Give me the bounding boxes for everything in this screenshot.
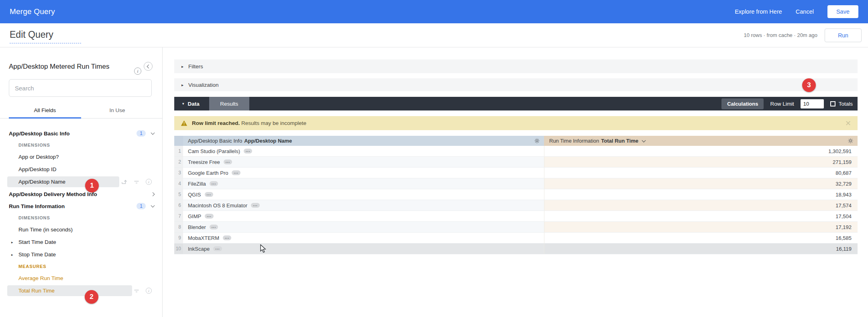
tab-in-use[interactable]: In Use: [81, 107, 153, 118]
field-picker-sidebar: App/Desktop Metered Run Times i All Fiel…: [0, 47, 163, 317]
fields-in-use-count: 1: [137, 130, 146, 137]
table-row[interactable]: 3 Google Earth Pro••• 80,687: [174, 168, 858, 178]
row-number-header-cell: [174, 136, 183, 146]
results-table: App/Desktop Basic Info App/Desktop Name …: [174, 136, 858, 254]
pivot-icon[interactable]: [121, 179, 127, 185]
column-header-total-run-time[interactable]: Run Time Information Total Run Time: [544, 136, 858, 146]
save-button[interactable]: Save: [827, 5, 858, 18]
merge-query-window: Merge Query Explore from Here Cancel Sav…: [0, 0, 868, 317]
filters-section-header[interactable]: ▸ Filters: [174, 59, 858, 73]
data-section-bar: ▾ Data Results Calculations Row Limit To…: [174, 97, 858, 110]
field-list: App/Desktop Basic Info 1 DIMENSIONS App …: [0, 127, 162, 297]
field-app-desktop-name[interactable]: App/Desktop Name i: [0, 176, 162, 188]
visualization-section-header[interactable]: ▸ Visualization: [174, 78, 858, 91]
query-actions: 10 rows · from cache · 20m ago Run: [744, 29, 862, 42]
group-app-desktop-basic-info[interactable]: App/Desktop Basic Info 1: [0, 127, 162, 139]
topbar-actions: Explore from Here Cancel Save: [735, 5, 858, 18]
app-title: Merge Query: [10, 7, 55, 16]
tab-results[interactable]: Results: [209, 97, 249, 110]
close-banner-icon[interactable]: ✕: [845, 119, 851, 128]
expand-visualization-icon: ▸: [181, 83, 183, 87]
page-title[interactable]: Edit Query: [10, 29, 81, 43]
top-app-bar: Merge Query Explore from Here Cancel Sav…: [0, 0, 868, 23]
column-gear-icon[interactable]: [848, 138, 854, 144]
edit-query-header: Edit Query 10 rows · from cache · 20m ag…: [0, 23, 868, 47]
cell-menu-icon[interactable]: •••: [244, 149, 252, 153]
row-limit-input[interactable]: [801, 99, 824, 108]
chevron-left-icon: [147, 64, 151, 68]
mouse-cursor: [260, 244, 268, 253]
section-dimensions-label: DIMENSIONS: [0, 212, 162, 223]
group-run-time-information[interactable]: Run Time Information 1: [0, 200, 162, 212]
column-header-app-desktop-name[interactable]: App/Desktop Basic Info App/Desktop Name: [183, 136, 544, 146]
view-info-icon[interactable]: i: [134, 67, 141, 75]
row-limit-warning-banner: Row limit reached. Results may be incomp…: [174, 116, 858, 130]
field-info-icon[interactable]: i: [146, 288, 152, 294]
filter-icon[interactable]: [133, 180, 140, 184]
chevron-down-icon: [151, 204, 155, 208]
sort-desc-icon: [642, 138, 646, 142]
calculations-button[interactable]: Calculations: [721, 98, 764, 109]
table-row[interactable]: 1 Cam Studio (Parallels)••• 1,302,591: [174, 146, 858, 157]
cell-menu-icon[interactable]: •••: [224, 160, 232, 164]
collapse-sidebar-button[interactable]: [144, 62, 153, 71]
table-row[interactable]: 7 GIMP••• 17,504: [174, 211, 858, 222]
field-run-time-seconds[interactable]: Run Time (in seconds): [0, 223, 162, 236]
collapse-data-icon: ▾: [182, 102, 184, 106]
table-row[interactable]: 6 Macintosh OS 8 Emulator••• 17,574: [174, 200, 858, 211]
cell-menu-icon[interactable]: •••: [205, 214, 213, 219]
cell-menu-icon[interactable]: •••: [213, 246, 222, 251]
run-button[interactable]: Run: [825, 29, 862, 42]
expand-tree-icon[interactable]: ▸: [11, 240, 13, 244]
explore-from-here-link[interactable]: Explore from Here: [735, 8, 782, 15]
field-info-icon[interactable]: i: [146, 179, 152, 185]
cell-menu-icon[interactable]: •••: [251, 203, 259, 208]
field-tabs: All Fields In Use: [0, 107, 162, 119]
field-app-desktop-id[interactable]: App/Desktop ID: [0, 163, 162, 176]
row-limit-label: Row Limit: [770, 101, 794, 107]
data-bar-controls: Calculations Row Limit Totals: [721, 98, 858, 109]
query-status: 10 rows · from cache · 20m ago: [744, 32, 817, 38]
annotation-badge-3: 3: [802, 78, 816, 92]
query-main-area: ▸ Filters ▸ Visualization ▾ Data Results…: [174, 47, 858, 317]
data-section-header[interactable]: ▾ Data: [174, 101, 209, 107]
tab-all-fields[interactable]: All Fields: [9, 107, 81, 118]
field-total-run-time[interactable]: Total Run Time i: [0, 284, 162, 297]
annotation-badge-1: 1: [85, 179, 99, 192]
chevron-down-icon: [151, 131, 155, 135]
section-measures-label: MEASURES: [0, 261, 162, 272]
table-row[interactable]: 2 Treesize Free••• 271,159: [174, 157, 858, 168]
cell-menu-icon[interactable]: •••: [210, 181, 218, 186]
filter-icon[interactable]: [133, 288, 140, 293]
cell-menu-icon[interactable]: •••: [223, 235, 231, 240]
table-row[interactable]: 4 FileZilla••• 32,729: [174, 178, 858, 189]
chevron-right-icon: [151, 192, 155, 196]
fields-in-use-count: 1: [137, 203, 146, 209]
table-row[interactable]: 8 Blender••• 17,192: [174, 222, 858, 233]
table-row[interactable]: 5 QGIS••• 18,943: [174, 189, 858, 200]
field-app-or-desktop[interactable]: App or Desktop?: [0, 151, 162, 163]
table-row-hovered[interactable]: 10 InkScape••• 16,119: [174, 243, 858, 254]
expand-tree-icon[interactable]: ▸: [11, 253, 13, 257]
field-search-input[interactable]: [9, 79, 152, 97]
annotation-badge-2: 2: [85, 290, 98, 304]
table-row[interactable]: 9 MobaXTERM••• 16,585: [174, 233, 858, 243]
field-stop-time-date[interactable]: ▸ Stop Time Date: [0, 248, 162, 261]
warning-icon: [181, 120, 187, 126]
cell-menu-icon[interactable]: •••: [205, 192, 213, 197]
cell-menu-icon[interactable]: •••: [210, 225, 218, 229]
expand-filters-icon: ▸: [181, 64, 183, 69]
group-delivery-method-info[interactable]: App/Desktop Delivery Method Info: [0, 188, 162, 200]
warning-message: Row limit reached. Results may be incomp…: [192, 120, 306, 126]
cell-menu-icon[interactable]: •••: [232, 170, 240, 175]
column-gear-icon[interactable]: [534, 138, 540, 144]
totals-checkbox[interactable]: [830, 101, 835, 106]
cancel-link[interactable]: Cancel: [796, 8, 814, 15]
field-average-run-time[interactable]: Average Run Time: [0, 272, 162, 284]
results-table-header: App/Desktop Basic Info App/Desktop Name …: [174, 136, 858, 146]
section-dimensions-label: DIMENSIONS: [0, 139, 162, 151]
totals-label: Totals: [839, 101, 853, 107]
field-start-time-date[interactable]: ▸ Start Time Date: [0, 236, 162, 248]
